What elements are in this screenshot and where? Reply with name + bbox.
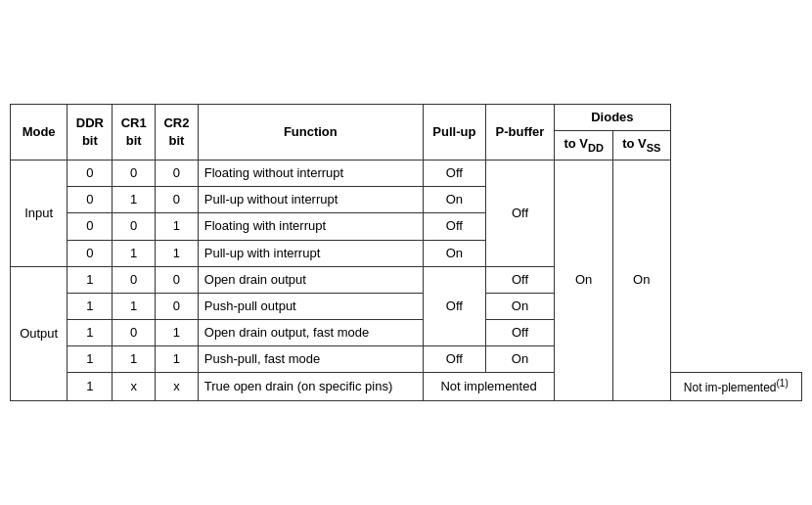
mode-output: Output bbox=[11, 266, 68, 401]
cr2-val: 1 bbox=[156, 320, 199, 346]
pullup-val: Off bbox=[423, 266, 485, 346]
cr2-val: 0 bbox=[156, 266, 199, 293]
function-val: Push-pull, fast mode bbox=[198, 346, 423, 373]
table-row: 0 1 1 Pull-up with interrupt On bbox=[11, 240, 802, 266]
header-cr2: CR2bit bbox=[156, 104, 199, 160]
function-val: Floating with interrupt bbox=[198, 213, 423, 240]
function-val: True open drain (on specific pins) bbox=[198, 373, 423, 401]
function-val: Floating without interrupt bbox=[198, 160, 423, 186]
ddr-val: 1 bbox=[68, 320, 113, 346]
mode-input: Input bbox=[11, 160, 68, 266]
table-row: Output 1 0 0 Open drain output Off Off bbox=[11, 266, 802, 293]
header-ddr: DDRbit bbox=[68, 104, 113, 160]
function-val: Open drain output bbox=[198, 266, 423, 293]
cr1-val: 0 bbox=[113, 266, 156, 293]
header-vss: to VSS bbox=[613, 130, 671, 160]
vdd-val: On bbox=[555, 160, 613, 400]
pbuffer-val: On bbox=[485, 293, 554, 319]
cr1-val: 1 bbox=[113, 293, 156, 319]
pullup-val: Off bbox=[423, 213, 485, 240]
ddr-val: 0 bbox=[68, 160, 113, 186]
cr1-val: x bbox=[113, 373, 156, 401]
table-row: 1 1 1 Push-pull, fast mode Off On bbox=[11, 346, 802, 373]
pbuffer-notimpl: Not im-plemented(1) bbox=[670, 373, 801, 401]
header-pbuffer: P-buffer bbox=[485, 104, 554, 160]
ddr-val: 0 bbox=[68, 213, 113, 240]
cr2-val: 0 bbox=[156, 160, 199, 186]
table-row: 0 1 0 Pull-up without interrupt On bbox=[11, 187, 802, 213]
pbuffer-val: Off bbox=[485, 266, 554, 293]
table-row: 1 1 0 Push-pull output On bbox=[11, 293, 802, 319]
header-diodes: Diodes bbox=[555, 104, 670, 130]
ddr-val: 0 bbox=[68, 240, 113, 266]
ddr-val: 1 bbox=[68, 293, 113, 319]
cr1-val: 0 bbox=[113, 213, 156, 240]
pbuffer-val: Off bbox=[485, 160, 554, 266]
pullup-val: Off bbox=[423, 346, 485, 373]
cr2-val: 0 bbox=[156, 293, 199, 319]
cr1-val: 1 bbox=[113, 346, 156, 373]
pbuffer-val: On bbox=[485, 346, 554, 373]
cr2-val: x bbox=[156, 373, 199, 401]
header-mode: Mode bbox=[11, 104, 68, 160]
table-row: 0 0 1 Floating with interrupt Off bbox=[11, 213, 802, 240]
cr2-val: 1 bbox=[156, 213, 199, 240]
function-val: Push-pull output bbox=[198, 293, 423, 319]
header-vdd: to VDD bbox=[555, 130, 613, 160]
pullup-val: Off bbox=[423, 160, 485, 186]
gpio-modes-table: Mode DDRbit CR1bit CR2bit Function Pull-… bbox=[10, 104, 802, 401]
pullup-notimpl: Not implemented bbox=[423, 373, 554, 401]
ddr-val: 1 bbox=[68, 373, 113, 401]
function-val: Pull-up without interrupt bbox=[198, 187, 423, 213]
table-row: 1 0 1 Open drain output, fast mode Off bbox=[11, 320, 802, 346]
table-row: Input 0 0 0 Floating without interrupt O… bbox=[11, 160, 802, 186]
ddr-val: 0 bbox=[68, 187, 113, 213]
pbuffer-val: Off bbox=[485, 320, 554, 346]
function-val: Pull-up with interrupt bbox=[198, 240, 423, 266]
header-pullup: Pull-up bbox=[423, 104, 485, 160]
table-row: 1 x x True open drain (on specific pins)… bbox=[11, 373, 802, 401]
function-val: Open drain output, fast mode bbox=[198, 320, 423, 346]
cr2-val: 1 bbox=[156, 240, 199, 266]
cr1-val: 1 bbox=[113, 240, 156, 266]
pullup-val: On bbox=[423, 240, 485, 266]
cr1-val: 0 bbox=[113, 320, 156, 346]
vss-val: On bbox=[613, 160, 671, 400]
cr2-val: 1 bbox=[156, 346, 199, 373]
cr2-val: 0 bbox=[156, 187, 199, 213]
header-cr1: CR1bit bbox=[113, 104, 156, 160]
header-function: Function bbox=[198, 104, 423, 160]
cr1-val: 1 bbox=[113, 187, 156, 213]
cr1-val: 0 bbox=[113, 160, 156, 186]
ddr-val: 1 bbox=[68, 346, 113, 373]
ddr-val: 1 bbox=[68, 266, 113, 293]
pullup-val: On bbox=[423, 187, 485, 213]
